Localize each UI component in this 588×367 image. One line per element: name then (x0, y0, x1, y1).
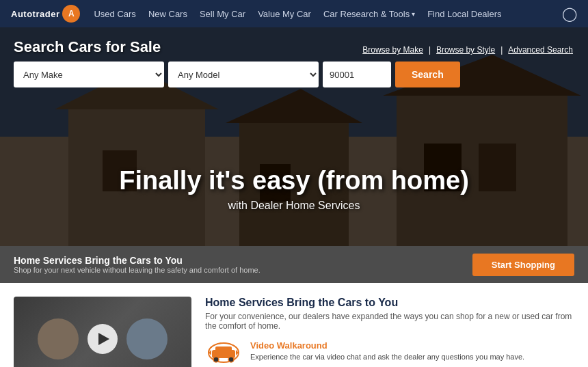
browse-separator: | (429, 45, 431, 55)
model-select[interactable]: Any Model (168, 62, 319, 87)
search-bar-area: Search Cars for Sale Browse by Make | Br… (0, 38, 588, 87)
main-nav: Autotrader A Used Cars New Cars Sell My … (0, 0, 588, 27)
lower-content: Home Services Bring the Cars to You For … (0, 283, 588, 367)
face-right-circle (126, 318, 168, 359)
browse-by-style-link[interactable]: Browse by Style (436, 45, 495, 55)
advanced-separator: | (500, 45, 503, 55)
browse-links: Browse by Make | Browse by Style | Advan… (362, 45, 574, 55)
user-icon[interactable]: ◯ (562, 6, 577, 21)
search-title: Search Cars for Sale (14, 38, 161, 56)
hero-section: Search Cars for Sale Browse by Make | Br… (0, 27, 588, 246)
play-button[interactable] (88, 324, 118, 354)
banner-text-area: Home Services Bring the Cars to You Shop… (14, 255, 472, 274)
nav-find-dealers[interactable]: Find Local Dealers (427, 9, 501, 19)
service-item-video-walkaround: Video Walkaround Experience the car via … (205, 340, 574, 365)
search-form: Any Make Any Model Search (14, 62, 574, 87)
nav-user-area[interactable]: ◯ (562, 5, 577, 22)
nav-links: Used Cars New Cars Sell My Car Value My … (94, 9, 548, 19)
face-left-circle (38, 318, 79, 359)
start-shopping-button[interactable]: Start Shopping (472, 254, 574, 276)
nav-car-research[interactable]: Car Research & Tools (323, 9, 415, 19)
hero-sub-text: with Dealer Home Services (0, 200, 588, 212)
lower-main-title: Home Services Bring the Cars to You (205, 297, 574, 309)
hero-text-block: Finally it's easy (from home) with Deale… (0, 167, 588, 212)
logo-text: Autotrader (11, 9, 59, 19)
lower-main-subtitle: For your convenience, our dealers have e… (205, 312, 574, 331)
logo[interactable]: Autotrader A (11, 5, 80, 23)
video-walkaround-desc: Experience the car via video chat and as… (250, 352, 524, 362)
banner-subtitle: Shop for your next vehicle without leavi… (14, 266, 472, 274)
svg-point-4 (228, 357, 234, 362)
banner-title: Home Services Bring the Cars to You (14, 255, 472, 266)
play-icon (98, 333, 109, 345)
nav-used-cars[interactable]: Used Cars (94, 9, 135, 19)
video-walkaround-info: Video Walkaround Experience the car via … (250, 340, 524, 362)
make-select[interactable]: Any Make (14, 62, 164, 87)
video-walkaround-icon (205, 340, 242, 365)
nav-new-cars[interactable]: New Cars (148, 9, 187, 19)
service-items: Video Walkaround Experience the car via … (205, 340, 574, 367)
advanced-search-link[interactable]: Advanced Search (508, 45, 573, 55)
nav-sell-my-car[interactable]: Sell My Car (200, 9, 245, 19)
banner-strip: Home Services Bring the Cars to You Shop… (0, 246, 588, 283)
logo-icon: A (62, 5, 80, 23)
video-thumbnail[interactable] (14, 297, 191, 367)
zip-input[interactable] (323, 62, 391, 87)
lower-text-area: Home Services Bring the Cars to You For … (205, 297, 574, 367)
browse-by-make-link[interactable]: Browse by Make (362, 45, 423, 55)
svg-rect-2 (215, 346, 232, 353)
hero-main-text: Finally it's easy (from home) (0, 167, 588, 195)
svg-point-3 (213, 357, 219, 362)
search-button[interactable]: Search (395, 62, 460, 87)
video-walkaround-title: Video Walkaround (250, 340, 524, 351)
nav-value-my-car[interactable]: Value My Car (258, 9, 311, 19)
